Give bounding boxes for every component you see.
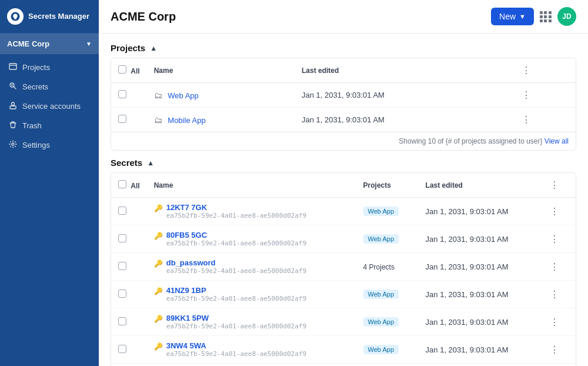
project-name-link[interactable]: Web App	[168, 91, 199, 100]
project-row-checkbox[interactable]	[118, 115, 126, 123]
projects-select-all-checkbox[interactable]	[118, 65, 126, 74]
key-icon: 🔑	[154, 204, 163, 212]
new-button[interactable]: New ▼	[491, 8, 534, 25]
sidebar-item-settings[interactable]: Settings	[0, 135, 99, 155]
secret-row-checkbox[interactable]	[118, 262, 126, 270]
sidebar-item-trash[interactable]: Trash	[0, 116, 99, 135]
secret-id: ea75b2fb-59e2-4a01-aee8-ae5000d02af9	[166, 322, 306, 330]
secret-row-more-button[interactable]: ⋮	[547, 315, 562, 329]
secret-row-checkbox[interactable]	[118, 207, 126, 215]
secret-checkbox-cell	[111, 281, 147, 308]
secret-name-link[interactable]: 89KK1 5PW	[166, 314, 306, 322]
new-button-label: New	[499, 12, 516, 21]
projects-table-more-button[interactable]: ⋮	[519, 64, 533, 77]
project-row-checkbox[interactable]	[118, 90, 126, 98]
project-name-cell: 🗂 Mobile App	[147, 108, 295, 132]
projects-collapse-button[interactable]: ▲	[150, 44, 157, 52]
secret-row-more-button[interactable]: ⋮	[547, 343, 562, 357]
secrets-select-all-checkbox[interactable]	[118, 180, 126, 188]
secret-id: ea75b2fb-59e2-4a01-aee8-ae5000d02af9	[166, 295, 306, 302]
secret-checkbox-cell	[111, 364, 147, 367]
secret-name-cell: 🔑 3NW4 5WA ea75b2fb-59e2-4a01-aee8-ae500…	[147, 336, 356, 364]
settings-icon	[8, 140, 18, 150]
project-row-more-button[interactable]: ⋮	[519, 88, 533, 102]
app-logo	[7, 8, 24, 25]
secret-row-checkbox[interactable]	[118, 345, 126, 353]
sidebar-item-projects[interactable]: Projects	[0, 58, 99, 77]
secret-name-link[interactable]: 41NZ9 1BP	[166, 286, 306, 295]
secrets-table-more-button[interactable]: ⋮	[547, 178, 562, 192]
project-badge: Web App	[363, 207, 399, 216]
secret-projects-cell: Web App	[356, 308, 419, 336]
project-checkbox-cell	[111, 108, 147, 132]
secret-row-checkbox[interactable]	[118, 234, 126, 242]
svg-rect-4	[10, 106, 16, 109]
secret-id: ea75b2fb-59e2-4a01-aee8-ae5000d02af9	[166, 239, 306, 247]
org-name: ACME Corp	[7, 39, 49, 48]
grid-view-icon[interactable]	[540, 11, 552, 22]
secret-edited-cell: Jan 1, 2031, 9:03:01 AM	[419, 308, 540, 336]
secret-row-more-button[interactable]: ⋮	[547, 205, 562, 218]
projects-view-all-link[interactable]: View all	[544, 137, 569, 145]
sidebar-item-secrets[interactable]: Secrets	[0, 77, 99, 97]
secret-projects-cell: Web App	[356, 225, 419, 253]
secrets-collapse-button[interactable]: ▲	[147, 159, 154, 167]
main-content: ACME Corp New ▼ JD Projects ▲	[99, 0, 588, 366]
secret-name-link[interactable]: 12KT7 7GK	[166, 203, 306, 212]
topbar-actions: New ▼ JD	[491, 7, 576, 26]
secret-edited-cell: Jan 1, 2031, 9:03:01 AM	[419, 225, 540, 253]
secrets-projects-header: Projects	[356, 173, 419, 198]
secret-row-more-button[interactable]: ⋮	[547, 260, 562, 274]
secrets-section-header: Secrets ▲	[111, 158, 576, 168]
projects-footer: Showing 10 of {# of projects assigned to…	[111, 132, 576, 150]
secret-checkbox-cell	[111, 198, 147, 225]
svg-point-5	[12, 102, 15, 105]
table-row: 🔑 db_password ea75b2fb-59e2-4a01-aee8-ae…	[111, 364, 576, 367]
secret-name-cell: 🔑 89KK1 5PW ea75b2fb-59e2-4a01-aee8-ae50…	[147, 308, 356, 336]
secret-row-more-button[interactable]: ⋮	[547, 288, 562, 301]
projects-name-header: Name	[147, 58, 295, 83]
projects-table-wrap: All Name Last edited ⋮ 🗂 Web App Jan 1, …	[111, 58, 576, 151]
secret-row-more-button[interactable]: ⋮	[547, 232, 562, 246]
secret-name-cell: 🔑 80FB5 5GC ea75b2fb-59e2-4a01-aee8-ae50…	[147, 225, 356, 253]
secret-actions-cell: ⋮	[540, 308, 576, 336]
secret-actions-cell: ⋮	[540, 336, 576, 364]
sidebar-item-service-accounts[interactable]: Service accounts	[0, 97, 99, 116]
secret-name-cell: 🔑 db_password ea75b2fb-59e2-4a01-aee8-ae…	[147, 364, 356, 367]
project-badge: Web App	[363, 317, 399, 327]
avatar[interactable]: JD	[557, 7, 576, 26]
secret-name-link[interactable]: 80FB5 5GC	[166, 231, 306, 239]
secret-name-link[interactable]: 3NW4 5WA	[166, 341, 306, 350]
secret-name-link[interactable]: db_password	[166, 258, 306, 267]
key-icon: 🔑	[154, 232, 163, 240]
project-row-more-button[interactable]: ⋮	[519, 113, 533, 127]
projects-edited-header: Last edited	[295, 58, 512, 83]
table-row: 🗂 Web App Jan 1, 2031, 9:03:01 AM ⋮	[111, 83, 576, 108]
sidebar: Secrets Manager ACME Corp ▼ Projects Sec…	[0, 0, 99, 366]
secret-row-checkbox[interactable]	[118, 290, 126, 298]
secrets-edited-header: Last edited	[419, 173, 540, 198]
sidebar-item-label: Trash	[22, 121, 42, 130]
secrets-more-header: ⋮	[540, 173, 576, 198]
secret-id: ea75b2fb-59e2-4a01-aee8-ae5000d02af9	[166, 350, 306, 358]
secret-row-checkbox[interactable]	[118, 317, 126, 325]
secret-actions-cell: ⋮	[540, 364, 576, 367]
projects-section-title: Projects	[111, 43, 145, 53]
project-name-link[interactable]: Mobile App	[168, 116, 205, 125]
project-checkbox-cell	[111, 83, 147, 108]
project-badge: Web App	[363, 234, 399, 244]
secret-checkbox-cell	[111, 308, 147, 336]
secret-actions-cell: ⋮	[540, 225, 576, 253]
projects-icon	[8, 62, 18, 72]
secret-actions-cell: ⋮	[540, 198, 576, 225]
service-accounts-icon	[8, 101, 18, 111]
secret-id: ea75b2fb-59e2-4a01-aee8-ae5000d02af9	[166, 267, 306, 275]
table-row: 🔑 3NW4 5WA ea75b2fb-59e2-4a01-aee8-ae500…	[111, 336, 576, 364]
projects-select-all-header: All	[111, 58, 147, 83]
secret-name-cell: 🔑 db_password ea75b2fb-59e2-4a01-aee8-ae…	[147, 253, 356, 281]
projects-section-header: Projects ▲	[111, 43, 576, 53]
projects-all-label: All	[131, 67, 139, 75]
folder-icon: 🗂	[154, 91, 162, 100]
projects-count-text: Showing 10 of {# of projects assigned to…	[399, 137, 544, 145]
org-selector[interactable]: ACME Corp ▼	[0, 34, 99, 54]
